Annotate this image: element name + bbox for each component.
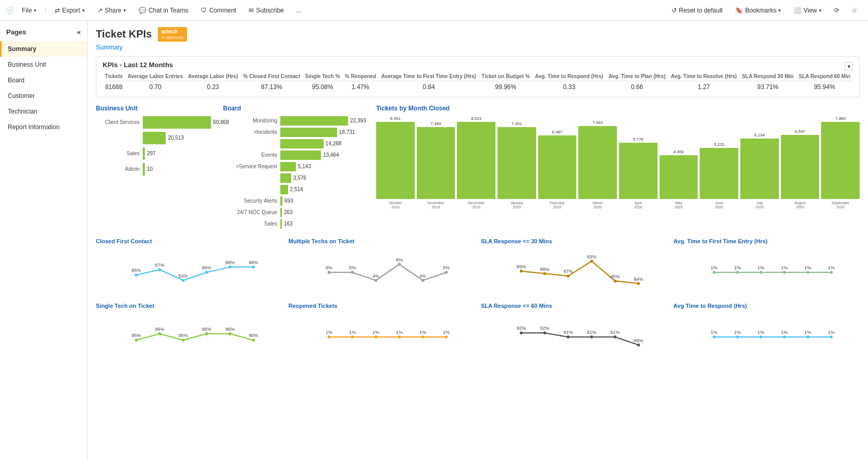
line-label: 1% [757,330,764,335]
board-label: Events [223,152,280,158]
chat-button[interactable]: 💬 Chat in Teams [134,5,192,16]
month-bar-col: 6,487 February2020 [538,116,577,210]
sidebar-item-summary[interactable]: Summary [0,41,87,57]
kpi-header: % Closed First Contact [241,72,303,81]
bu-bar-row: Client Services 60,868 [96,116,216,129]
content-inner: Ticket KPIs aztech IT SERVICES Summary K… [88,21,868,461]
line-label: 91% [610,330,619,335]
board-bar-wrap: 3,576 [280,173,369,183]
line-charts-row2: Single Tech on Ticket 95%96%95%96%96%95%… [96,303,860,360]
file-icon: 📄 [6,7,14,14]
board-bar-row: 2,514 [223,185,369,194]
board-bar-wrap: 5,143 [280,162,369,171]
month-bar-label: June2020 [700,201,738,210]
line-label: 1% [372,330,379,335]
bu-bar-wrap: 297 [143,147,156,160]
collapse-icon[interactable]: « [77,28,81,36]
bu-bar-value: 297 [147,151,156,156]
kpi-header: SLA Respond 60 Min [796,72,853,81]
comment-icon: 🗨 [201,7,207,14]
board-chart[interactable]: Monitoring 22,393 >Incidents 18,731 14,2… [223,116,369,231]
line-label: 1% [780,265,787,270]
line-label: 92% [540,326,549,331]
line-label: 1% [734,265,740,270]
line-label: 92% [516,326,526,331]
line-label: 88% [249,260,258,265]
line-label: 95% [249,333,258,338]
line-point [590,259,593,263]
logo: aztech IT SERVICES [158,27,187,42]
more-button[interactable]: ... [292,5,306,16]
month-bar-rect [700,148,738,199]
sidebar-item-customer[interactable]: Customer [0,88,87,104]
line-point [783,335,786,339]
bu-bar-row: Sales 297 [96,147,216,160]
avg-first-entry-svg: 1%1%1%1%1%1% [674,247,860,294]
reset-button[interactable]: ↺ Reset to default [667,5,727,16]
kpi-value: 0.23 [185,81,240,93]
kpi-value: 93.71% [739,81,796,93]
board-bar [280,219,282,229]
file-button[interactable]: File ▾ [18,5,41,16]
business-unit-chart: Client Services 60,868 20,513 Sales 297 … [96,116,216,176]
board-bar-wrap: 693 [280,196,369,206]
line-point [374,335,377,339]
line-point [158,268,162,271]
bu-bar-wrap: 20,513 [143,132,184,144]
board-bar-wrap: 263 [280,208,369,217]
board-bar-wrap: 14,268 [280,139,369,148]
line-point [327,335,330,339]
bu-bar [143,116,211,129]
line-label: 6% [395,257,402,263]
business-unit-chart-section: Business Unit Client Services 60,868 20,… [96,105,216,231]
line-point [252,339,255,342]
closed-first-contact-chart: Closed First Contact 85%87%83%86%88%88% [96,238,282,295]
comment-button[interactable]: 🗨 Comment [196,5,240,16]
board-chart-section: Board Monitoring 22,393 >Incidents 18,73… [223,105,369,231]
month-bar-value: 5,225 [714,142,724,147]
month-bar-label: April2020 [619,201,658,210]
page-title-row: Ticket KPIs aztech IT SERVICES [96,27,860,42]
sidebar-item-board[interactable]: Board [0,72,87,88]
line-point [567,275,570,278]
refresh-button[interactable]: ⟳ [830,5,844,16]
export-button[interactable]: ⇄ Export ▾ [51,5,89,16]
view-button[interactable]: ⬜ View ▾ [789,5,826,16]
month-bar-label: July2020 [740,201,779,210]
kpi-header: Avg. Time to Resolve (Hrs) [668,72,739,81]
kpi-expand-button[interactable]: ▾ [845,62,853,70]
sidebar-nav: SummaryBusiness UnitBoardCustomerTechnic… [0,41,87,135]
month-bar-col: 6,547 August2020 [781,116,820,210]
line-point [759,271,762,274]
line-label: 1% [827,330,834,335]
board-bar [280,128,337,137]
line-point [567,335,570,339]
line-point [229,265,232,268]
line-point [712,271,715,274]
bu-label: Client Services [96,119,143,125]
favorite-button[interactable]: ☆ [848,5,862,16]
bu-label: Admin [96,166,143,172]
month-bar-rect [457,122,495,199]
month-bar-value: 5,776 [633,137,643,142]
share-button[interactable]: ↗ Share ▾ [93,5,130,16]
board-label: Sales [223,221,280,227]
line-point [444,271,448,274]
sidebar-item-report-information[interactable]: Report Information [0,119,87,135]
bookmarks-button[interactable]: 🔖 Bookmarks ▾ [731,5,785,16]
month-bar-rect [578,126,617,199]
board-bar-row: 14,268 [223,139,369,148]
board-bar-wrap: 22,393 [280,116,369,126]
sidebar-item-technician[interactable]: Technician [0,104,87,119]
subscribe-button[interactable]: ✉ Subscribe [244,5,288,16]
bu-bar-value: 60,868 [213,119,229,125]
month-bar-value: 8,461 [390,116,401,121]
topbar: 📄 File ▾ | ⇄ Export ▾ ↗ Share ▾ 💬 Chat i… [0,0,868,21]
line-point [543,272,547,275]
star-icon: ☆ [852,7,858,14]
line-point [614,335,617,339]
line-label: 89% [634,338,643,343]
line-point [637,282,640,285]
line-label: 1% [419,330,426,335]
sidebar-item-business-unit[interactable]: Business Unit [0,57,87,72]
